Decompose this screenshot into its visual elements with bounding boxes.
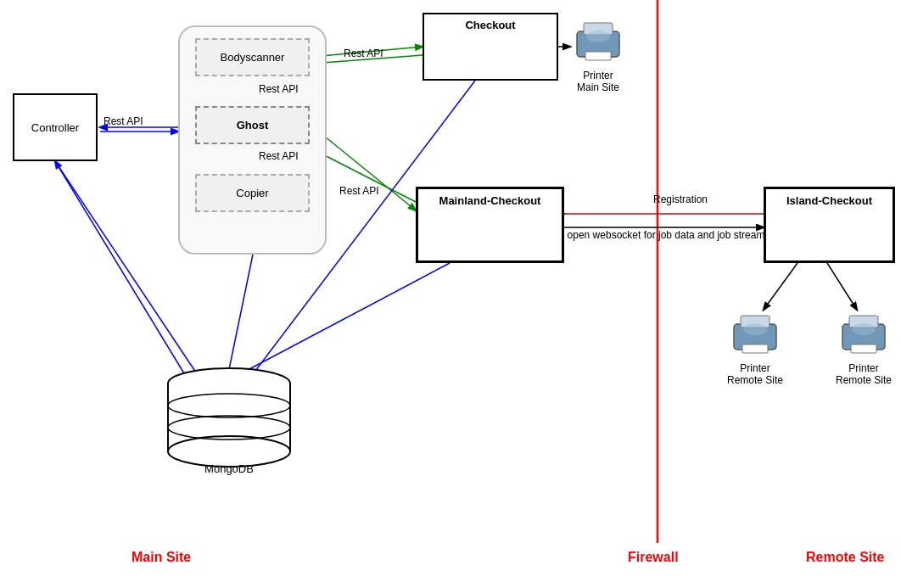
svg-point-35	[852, 323, 876, 335]
checkout-node: Checkout	[423, 13, 558, 81]
printer-main-site: PrinterMain Site	[560, 13, 636, 93]
svg-line-10	[233, 263, 450, 378]
rest-api-label-controller: Rest API	[104, 115, 143, 127]
mongodb-svg	[161, 365, 297, 475]
ghost-node: Ghost	[195, 106, 310, 144]
svg-line-16	[827, 263, 857, 310]
rest-api-label-2: Rest API	[259, 150, 299, 162]
svg-rect-34	[851, 344, 876, 353]
svg-rect-30	[742, 344, 768, 353]
bodyscanner-node: Bodyscanner	[195, 38, 310, 76]
mongodb-label: MongoDB	[161, 462, 297, 475]
printer-remote1-svg	[725, 305, 785, 361]
mongodb-container: MongoDB	[161, 365, 297, 475]
registration-label: Registration	[653, 193, 708, 205]
checkout-label: Checkout	[424, 19, 557, 31]
diagram: Controller Bodyscanner Rest API Ghost Re…	[0, 0, 901, 588]
firewall-label: Firewall	[628, 550, 679, 565]
svg-point-31	[743, 323, 767, 335]
svg-point-27	[586, 31, 610, 42]
copier-node: Copier	[195, 174, 310, 212]
printer-remote2-label: PrinterRemote Site	[825, 362, 901, 386]
controller-node: Controller	[13, 93, 98, 161]
island-checkout-label: Island-Checkout	[766, 194, 893, 207]
bodyscanner-label: Bodyscanner	[221, 51, 285, 64]
copier-label: Copier	[236, 187, 268, 199]
arrows-svg	[0, 0, 901, 588]
mainland-checkout-label: Mainland-Checkout	[418, 194, 562, 207]
websocket-label: open websocket for job data and job stre…	[564, 229, 768, 241]
printer-remote2-svg	[834, 305, 893, 361]
rest-api-label-1: Rest API	[259, 83, 299, 95]
controller-label: Controller	[31, 121, 79, 134]
svg-line-15	[764, 263, 797, 310]
printer-main-svg	[568, 13, 628, 68]
remote-site-label: Remote Site	[806, 550, 884, 565]
island-checkout-node: Island-Checkout	[764, 187, 895, 263]
svg-line-11	[227, 255, 253, 378]
rest-api-label-mainland: Rest API	[339, 185, 379, 197]
ghost-label: Ghost	[237, 119, 269, 132]
svg-line-5	[311, 126, 416, 210]
printer-main-label: PrinterMain Site	[560, 70, 636, 93]
mainland-checkout-node: Mainland-Checkout	[416, 187, 564, 263]
printer-remote-site-2: PrinterRemote Site	[825, 305, 901, 386]
main-site-label: Main Site	[132, 550, 191, 565]
rest-api-label-checkout: Rest API	[344, 48, 383, 59]
printer-remote1-label: PrinterRemote Site	[717, 362, 793, 386]
svg-rect-26	[585, 52, 611, 60]
printer-remote-site-1: PrinterRemote Site	[717, 305, 793, 386]
svg-line-12	[55, 161, 187, 378]
